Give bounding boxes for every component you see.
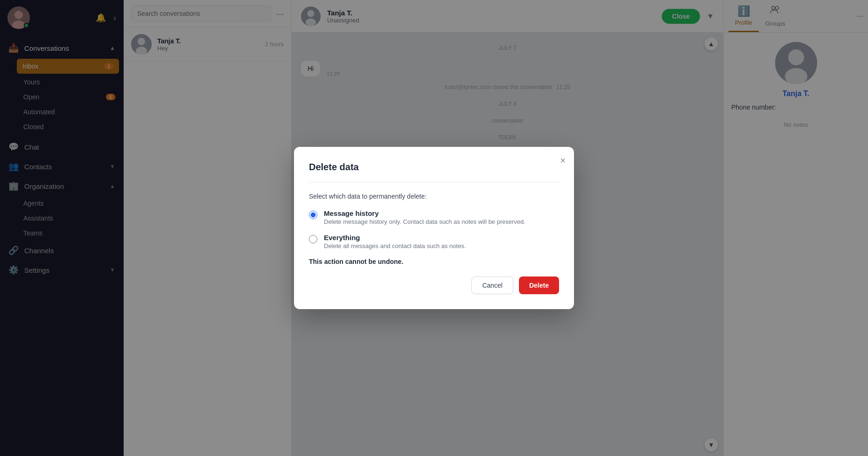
cancel-button[interactable]: Cancel bbox=[471, 276, 513, 294]
modal-description: Select which data to permanently delete: bbox=[309, 193, 559, 200]
option-everything-label: Everything bbox=[324, 234, 466, 242]
modal-close-button[interactable]: × bbox=[560, 155, 566, 166]
option-message-history-label: Message history bbox=[324, 209, 525, 217]
modal-actions: Cancel Delete bbox=[309, 276, 559, 294]
modal-divider bbox=[309, 182, 559, 182]
modal-warning-text: This action cannot be undone. bbox=[309, 258, 559, 265]
option-everything: Everything Delete all messages and conta… bbox=[309, 234, 559, 249]
radio-message-history[interactable] bbox=[309, 211, 317, 219]
option-everything-desc: Delete all messages and contact data suc… bbox=[324, 242, 466, 249]
radio-everything[interactable] bbox=[309, 235, 317, 243]
option-message-history-desc: Delete message history only. Contact dat… bbox=[324, 218, 525, 225]
modal-overlay: Delete data × Select which data to perma… bbox=[0, 0, 868, 456]
delete-data-modal: Delete data × Select which data to perma… bbox=[294, 147, 574, 309]
modal-title: Delete data bbox=[309, 162, 559, 173]
option-message-history: Message history Delete message history o… bbox=[309, 209, 559, 225]
delete-button[interactable]: Delete bbox=[519, 276, 559, 294]
